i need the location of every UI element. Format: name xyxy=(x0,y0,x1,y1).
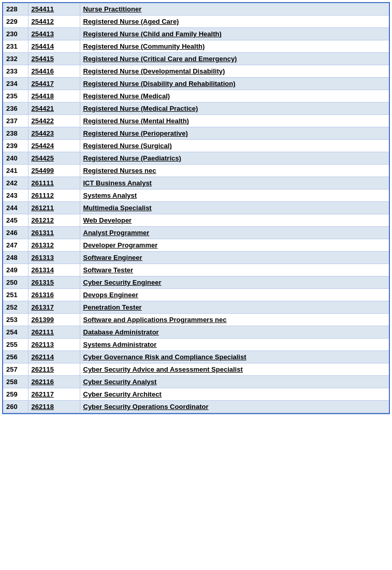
occupation-title[interactable]: Cyber Security Analyst xyxy=(80,376,389,388)
occupation-title[interactable]: Cyber Security Operations Coordinator xyxy=(80,401,389,413)
table-row: 251261316Devops Engineer xyxy=(3,289,389,301)
occupation-code[interactable]: 261112 xyxy=(28,189,80,202)
occupation-title[interactable]: Software Tester xyxy=(80,264,389,276)
occupation-title[interactable]: Registered Nurse (Disability and Rehabil… xyxy=(80,78,389,90)
occupation-title[interactable]: Software Engineer xyxy=(80,252,389,264)
occupation-code[interactable]: 254415 xyxy=(28,53,80,65)
occupation-code[interactable]: 254424 xyxy=(28,140,80,152)
occupation-table: 228254411Nurse Practitioner229254412Regi… xyxy=(3,3,389,413)
occupation-title[interactable]: Registered Nurse (Medical Practice) xyxy=(80,103,389,115)
row-number: 233 xyxy=(3,65,28,78)
row-number: 255 xyxy=(3,339,28,351)
occupation-title[interactable]: Cyber Security Advice and Assessment Spe… xyxy=(80,363,389,376)
row-number: 250 xyxy=(3,276,28,289)
occupation-title[interactable]: Cyber Governance Risk and Compliance Spe… xyxy=(80,351,389,363)
occupation-code[interactable]: 254499 xyxy=(28,165,80,177)
row-number: 260 xyxy=(3,401,28,413)
occupation-title[interactable]: Registered Nurse (Aged Care) xyxy=(80,16,389,28)
table-row: 243261112Systems Analyst xyxy=(3,189,389,202)
occupation-title[interactable]: Penetration Tester xyxy=(80,301,389,314)
occupation-title[interactable]: Registered Nurse (Child and Family Healt… xyxy=(80,28,389,40)
row-number: 254 xyxy=(3,326,28,339)
occupation-title[interactable]: Analyst Programmer xyxy=(80,227,389,239)
table-row: 260262118Cyber Security Operations Coord… xyxy=(3,401,389,413)
row-number: 246 xyxy=(3,227,28,239)
occupation-title[interactable]: Registered Nurse (Community Health) xyxy=(80,40,389,53)
occupation-code[interactable]: 261316 xyxy=(28,289,80,301)
occupation-title[interactable]: Nurse Practitioner xyxy=(80,3,389,16)
occupation-title[interactable]: Systems Administrator xyxy=(80,339,389,351)
table-row: 246261311Analyst Programmer xyxy=(3,227,389,239)
occupation-code[interactable]: 254418 xyxy=(28,90,80,103)
occupation-code[interactable]: 254414 xyxy=(28,40,80,53)
row-number: 235 xyxy=(3,90,28,103)
occupation-code[interactable]: 261399 xyxy=(28,314,80,326)
occupation-code[interactable]: 262117 xyxy=(28,388,80,401)
row-number: 245 xyxy=(3,214,28,227)
occupation-code[interactable]: 262111 xyxy=(28,326,80,339)
occupation-title[interactable]: Database Administrator xyxy=(80,326,389,339)
row-number: 251 xyxy=(3,289,28,301)
occupation-code[interactable]: 254422 xyxy=(28,115,80,127)
occupation-title[interactable]: Registered Nurse (Surgical) xyxy=(80,140,389,152)
occupation-code[interactable]: 254416 xyxy=(28,65,80,78)
occupation-title[interactable]: Registered Nurse (Perioperative) xyxy=(80,127,389,140)
row-number: 257 xyxy=(3,363,28,376)
occupation-code[interactable]: 261317 xyxy=(28,301,80,314)
occupation-title[interactable]: Cyber Security Engineer xyxy=(80,276,389,289)
table-row: 233254416Registered Nurse (Developmental… xyxy=(3,65,389,78)
table-row: 257262115Cyber Security Advice and Asses… xyxy=(3,363,389,376)
row-number: 247 xyxy=(3,239,28,252)
table-row: 256262114Cyber Governance Risk and Compl… xyxy=(3,351,389,363)
occupation-code[interactable]: 254423 xyxy=(28,127,80,140)
occupation-code[interactable]: 261111 xyxy=(28,177,80,189)
occupation-title[interactable]: Registered Nurses nec xyxy=(80,165,389,177)
row-number: 256 xyxy=(3,351,28,363)
table-row: 239254424Registered Nurse (Surgical) xyxy=(3,140,389,152)
occupation-code[interactable]: 254413 xyxy=(28,28,80,40)
occupation-code[interactable]: 254412 xyxy=(28,16,80,28)
occupation-code[interactable]: 262116 xyxy=(28,376,80,388)
occupation-title[interactable]: Registered Nurse (Developmental Disabili… xyxy=(80,65,389,78)
occupation-title[interactable]: Registered Nurse (Mental Health) xyxy=(80,115,389,127)
occupation-code[interactable]: 262118 xyxy=(28,401,80,413)
occupation-code[interactable]: 261314 xyxy=(28,264,80,276)
occupation-code[interactable]: 254425 xyxy=(28,152,80,165)
occupation-code[interactable]: 261315 xyxy=(28,276,80,289)
occupation-title[interactable]: Devops Engineer xyxy=(80,289,389,301)
occupation-title[interactable]: Registered Nurse (Paediatrics) xyxy=(80,152,389,165)
occupation-title[interactable]: Cyber Security Architect xyxy=(80,388,389,401)
row-number: 229 xyxy=(3,16,28,28)
occupation-title[interactable]: Systems Analyst xyxy=(80,189,389,202)
occupation-code[interactable]: 261311 xyxy=(28,227,80,239)
occupation-code[interactable]: 261211 xyxy=(28,202,80,214)
occupation-code[interactable]: 261312 xyxy=(28,239,80,252)
occupation-code[interactable]: 262113 xyxy=(28,339,80,351)
occupation-code[interactable]: 254421 xyxy=(28,103,80,115)
occupation-code[interactable]: 261313 xyxy=(28,252,80,264)
table-row: 248261313Software Engineer xyxy=(3,252,389,264)
row-number: 258 xyxy=(3,376,28,388)
row-number: 231 xyxy=(3,40,28,53)
occupation-title[interactable]: Software and Applications Programmers ne… xyxy=(80,314,389,326)
occupation-title[interactable]: ICT Business Analyst xyxy=(80,177,389,189)
table-row: 244261211Multimedia Specialist xyxy=(3,202,389,214)
occupation-code[interactable]: 254411 xyxy=(28,3,80,16)
occupation-title[interactable]: Web Developer xyxy=(80,214,389,227)
row-number: 252 xyxy=(3,301,28,314)
table-row: 249261314Software Tester xyxy=(3,264,389,276)
row-number: 230 xyxy=(3,28,28,40)
occupation-code[interactable]: 262114 xyxy=(28,351,80,363)
table-row: 252261317Penetration Tester xyxy=(3,301,389,314)
table-row: 231254414Registered Nurse (Community Hea… xyxy=(3,40,389,53)
row-number: 240 xyxy=(3,152,28,165)
occupation-title[interactable]: Registered Nurse (Medical) xyxy=(80,90,389,103)
occupation-title[interactable]: Registered Nurse (Critical Care and Emer… xyxy=(80,53,389,65)
row-number: 236 xyxy=(3,103,28,115)
occupation-code[interactable]: 261212 xyxy=(28,214,80,227)
occupation-code[interactable]: 254417 xyxy=(28,78,80,90)
occupation-title[interactable]: Multimedia Specialist xyxy=(80,202,389,214)
occupation-code[interactable]: 262115 xyxy=(28,363,80,376)
occupation-title[interactable]: Developer Programmer xyxy=(80,239,389,252)
table-row: 259262117Cyber Security Architect xyxy=(3,388,389,401)
